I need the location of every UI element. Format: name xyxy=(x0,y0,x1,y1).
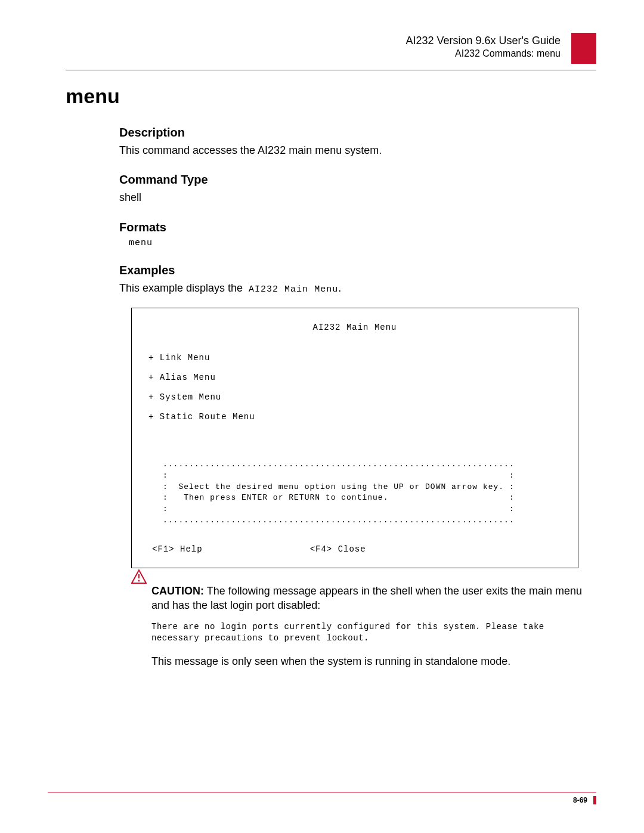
svg-point-2 xyxy=(138,580,140,582)
examples-intro-suffix: . xyxy=(338,282,341,294)
header-divider xyxy=(66,70,596,70)
command-type-value: shell xyxy=(119,190,590,205)
header: AI232 Version 9.6x User's Guide AI232 Co… xyxy=(66,33,596,64)
menu-item: + Alias Menu xyxy=(148,371,561,384)
fn-help: <F1> Help xyxy=(152,543,203,556)
page-number: 8-69 xyxy=(573,796,587,804)
footer: 8-69 xyxy=(48,792,596,804)
caution-label: CAUTION: xyxy=(151,585,204,597)
caution-text-1: CAUTION: The following message appears i… xyxy=(151,584,590,613)
examples-intro-mono: AI232 Main Menu xyxy=(243,284,338,295)
formats-value: menu xyxy=(129,238,590,248)
terminal-fn-row: <F1> Help <F4> Close xyxy=(152,543,561,556)
terminal-instructions: ........................................… xyxy=(163,459,547,527)
caution-mono: There are no login ports currently confi… xyxy=(151,621,590,645)
caution-icon xyxy=(131,569,147,586)
doc-title: AI232 Version 9.6x User's Guide xyxy=(405,34,561,48)
caution-sentence-1: The following message appears in the she… xyxy=(151,585,582,611)
examples-intro-prefix: This example displays the xyxy=(119,282,243,294)
page-title: menu xyxy=(66,85,596,108)
section-examples-heading: Examples xyxy=(119,264,590,277)
caution-block: CAUTION: The following message appears i… xyxy=(131,584,590,671)
terminal-output: AI232 Main Menu + Link Menu + Alias Menu… xyxy=(131,308,578,568)
section-description-heading: Description xyxy=(119,126,590,140)
menu-item: + System Menu xyxy=(148,391,561,404)
fn-close: <F4> Close xyxy=(310,543,366,556)
footer-row: 8-69 xyxy=(48,796,596,804)
terminal-title: AI232 Main Menu xyxy=(148,321,561,334)
caution-body: CAUTION: The following message appears i… xyxy=(151,584,590,671)
content-area: Description This command accesses the AI… xyxy=(119,126,590,671)
menu-item: + Static Route Menu xyxy=(148,411,561,423)
section-command-type-heading: Command Type xyxy=(119,173,590,187)
section-formats-heading: Formats xyxy=(119,221,590,234)
description-text: This command accesses the AI232 main men… xyxy=(119,143,590,157)
page: AI232 Version 9.6x User's Guide AI232 Co… xyxy=(0,0,644,833)
header-text: AI232 Version 9.6x User's Guide AI232 Co… xyxy=(405,33,561,60)
examples-intro: This example displays the AI232 Main Men… xyxy=(119,281,590,296)
footer-tick xyxy=(593,796,596,804)
caution-text-2: This message is only seen when the syste… xyxy=(151,654,590,668)
brand-block xyxy=(571,33,596,64)
footer-divider xyxy=(48,792,596,792)
doc-subtitle: AI232 Commands: menu xyxy=(405,48,561,60)
menu-item: + Link Menu xyxy=(148,352,561,364)
